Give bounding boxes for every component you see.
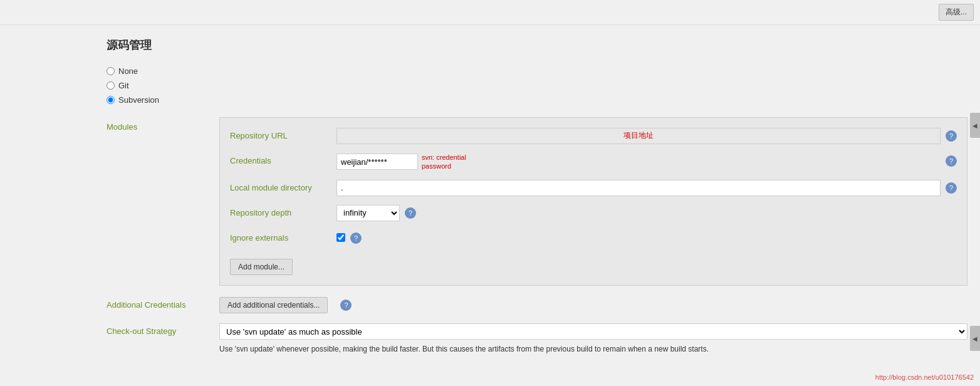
radio-subversion-label: Subversion [118,95,159,105]
repository-url-label: Repository URL [230,128,330,140]
local-module-label: Local module directory [230,180,330,192]
checkout-strategy-section: Check-out Strategy Use 'svn update' as m… [107,323,967,340]
page-wrapper: 高级... 源码管理 None Git Subversion [0,0,980,386]
right-collapse-button-2[interactable]: ◀ [970,326,980,351]
credentials-row: Credentials svn: credential password [230,153,957,171]
credentials-username-input[interactable] [336,154,418,170]
repository-url-input[interactable] [336,128,941,144]
additional-credentials-section: Additional Credentials Add additional cr… [107,297,967,313]
repository-depth-help[interactable]: ? [405,207,416,219]
credentials-hint: svn: credential password [422,153,466,171]
repository-url-help[interactable]: ? [946,130,957,142]
watermark: http://blog.csdn.net/u010176542 [875,373,974,381]
scm-radio-group: None Git Subversion [107,66,967,105]
radio-git[interactable]: Git [107,81,967,90]
checkout-strategy-label: Check-out Strategy [107,326,207,336]
local-module-field: ? [336,180,957,196]
credentials-field: svn: credential password ? [336,153,957,171]
ignore-externals-label: Ignore externals [230,230,330,243]
ignore-externals-help[interactable]: ? [350,232,362,244]
content-area: 源码管理 None Git Subversion Modules [107,38,967,373]
subversion-section: Modules Repository URL 项目地址 ? Credential [107,117,967,286]
repository-url-field: 项目地址 ? [336,128,957,144]
right-collapse-button-1[interactable]: ◀ [970,113,980,138]
ignore-externals-field: ? [336,230,957,244]
credentials-input-row: svn: credential password [336,153,941,171]
checkout-strategy-select[interactable]: Use 'svn update' as much as possible Alw… [219,323,967,340]
radio-none-input[interactable] [107,67,115,75]
section-title: 源码管理 [107,38,967,55]
modules-box: Repository URL 项目地址 ? Credentials [219,117,967,286]
ignore-externals-checkbox[interactable] [336,233,345,242]
local-module-help[interactable]: ? [946,182,957,194]
local-module-input[interactable] [336,180,941,196]
repository-depth-field: infinity empty files immediates ? [336,205,957,221]
radio-git-input[interactable] [107,81,115,90]
top-bar: 高级... [0,0,980,25]
modules-label: Modules [107,117,207,286]
credentials-wrapper: svn: credential password [336,153,941,171]
checkout-description: Use 'svn update' whenever possible, maki… [107,343,967,355]
additional-credentials-label: Additional Credentials [107,300,207,310]
radio-none[interactable]: None [107,66,967,76]
repository-depth-label: Repository depth [230,205,330,217]
local-module-row: Local module directory ? [230,180,957,196]
radio-git-label: Git [118,81,129,90]
radio-none-label: None [118,66,138,76]
credentials-label: Credentials [230,153,330,165]
ignore-externals-row: Ignore externals ? [230,230,957,244]
repository-url-row: Repository URL 项目地址 ? [230,128,957,144]
radio-subversion[interactable]: Subversion [107,95,967,105]
repository-depth-row: Repository depth infinity empty files im… [230,205,957,221]
additional-credentials-help[interactable]: ? [340,300,352,311]
radio-subversion-input[interactable] [107,96,115,104]
add-additional-credentials-button[interactable]: Add additional credentials... [219,297,328,313]
add-module-button[interactable]: Add module... [230,259,293,275]
main-content: 源码管理 None Git Subversion Modules [0,25,980,386]
credentials-help[interactable]: ? [946,155,957,167]
repository-depth-select[interactable]: infinity empty files immediates [336,205,400,221]
advanced-button-top[interactable]: 高级... [939,4,974,21]
